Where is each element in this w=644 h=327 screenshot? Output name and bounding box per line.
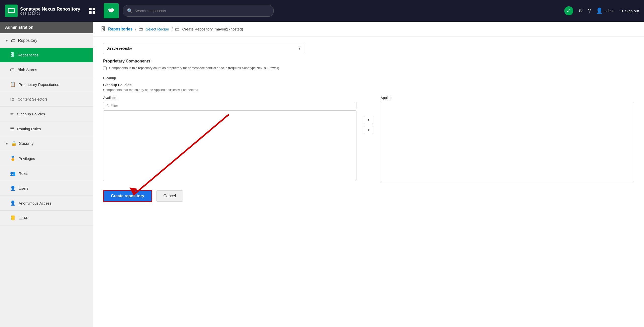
navbar-right: ✓ ↻ ? 👤 admin ↪ Sign out [564,6,639,15]
settings-icon-btn[interactable] [104,3,119,18]
breadcrumb-sep-2: / [172,27,173,31]
signout-label: Sign out [625,9,639,13]
sidebar-item-anonymous-access[interactable]: 👤 Anonymous Access [0,196,93,211]
action-buttons: Create repository Cancel [103,190,634,202]
filter-input[interactable] [111,104,354,108]
search-bar: 🔍 [123,5,274,17]
cleanup-applied-panel: Applied [381,96,634,182]
transfer-right-button[interactable]: > [364,116,373,124]
navbar: Sonatype Nexus Repository OSS 3.52.0-01 … [0,0,644,22]
chevron-down-icon-security: ▼ [5,142,9,146]
sidebar-scroll[interactable]: ▼ 🗃 Repository 🗄 Repositories 🗃 Blob Sto… [0,33,93,326]
db-icon-3: 🗃 [175,26,180,32]
sidebar-item-ldap[interactable]: 📒 LDAP [0,211,93,225]
repository-section-icon: 🗃 [11,38,16,43]
svg-rect-4 [93,8,95,10]
cleanup-section-title: Cleanup [103,76,634,80]
sidebar-item-proprietary-repositories[interactable]: 📋 Proprietary Repositories [0,77,93,92]
deploy-policy-select-wrap: Disable redeploy Allow redeploy Read-onl… [103,43,304,54]
cancel-button[interactable]: Cancel [156,190,183,202]
ldap-icon: 📒 [10,215,16,221]
status-ok-icon: ✓ [564,6,573,15]
breadcrumb-select-recipe-label: Select Recipe [146,27,169,31]
sidebar: Administration ▼ 🗃 Repository 🗄 Reposito… [0,22,93,327]
sidebar-item-blob-stores-label: Blob Stores [18,68,37,72]
main-content: 🗄 Repositories / 🗃 Select Recipe / 🗃 Cre… [93,22,644,327]
svg-rect-5 [89,11,92,14]
anonymous-access-icon: 👤 [10,200,16,206]
security-section-icon: 🔒 [11,141,17,146]
sidebar-item-users-label: Users [19,186,28,190]
sidebar-item-privileges[interactable]: 🏅 Privileges [0,151,93,166]
refresh-icon[interactable]: ↻ [578,8,583,14]
search-input[interactable] [135,9,269,13]
db-icon-2: 🗃 [139,26,143,32]
sidebar-section-repository[interactable]: ▼ 🗃 Repository [0,33,93,48]
sidebar-item-roles[interactable]: 👥 Roles [0,166,93,181]
breadcrumb: 🗄 Repositories / 🗃 Select Recipe / 🗃 Cre… [93,22,644,37]
security-section-label: Security [19,141,34,146]
sidebar-item-cleanup-policies-label: Cleanup Policies [17,112,45,116]
cleanup-policies-icon: ✏ [10,111,14,117]
sidebar-item-repositories-label: Repositories [18,53,38,57]
app-logo [5,5,18,17]
available-label: Available [103,96,356,100]
sidebar-item-routing-rules-label: Routing Rules [17,127,41,131]
repositories-icon: 🗄 [10,52,15,58]
layout: Administration ▼ 🗃 Repository 🗄 Reposito… [0,22,644,327]
breadcrumb-select-recipe-link[interactable]: Select Recipe [146,27,169,31]
proprietary-components-title: Proprietary Components: [103,59,634,63]
content-selectors-icon: 🗂 [10,96,15,102]
cleanup-available-panel: Available ⚗ [103,96,356,181]
transfer-buttons: > < [364,96,373,134]
blob-stores-icon: 🗃 [10,67,15,72]
transfer-left-button[interactable]: < [364,126,373,134]
sidebar-item-routing-rules[interactable]: ☰ Routing Rules [0,121,93,136]
privileges-icon: 🏅 [10,156,16,161]
sidebar-section-security[interactable]: ▼ 🔒 Security [0,136,93,151]
sidebar-header: Administration [0,22,93,33]
roles-icon: 👥 [10,171,16,176]
create-repository-button[interactable]: Create repository [103,190,152,202]
sidebar-item-users[interactable]: 👤 Users [0,181,93,196]
cleanup-panels: Available ⚗ > < [103,96,634,182]
chevron-right-icon: > [368,118,370,122]
help-icon[interactable]: ? [588,8,591,14]
breadcrumb-current-label: Create Repository: maven2 (hosted) [182,27,243,31]
chevron-left-icon: < [368,128,370,132]
sidebar-item-blob-stores[interactable]: 🗃 Blob Stores [0,62,93,77]
sidebar-item-ldap-label: LDAP [19,216,28,220]
proprietary-checkbox-label[interactable]: Components in this repository count as p… [103,66,634,70]
signout-icon: ↪ [619,8,624,14]
browse-icon-btn[interactable] [85,3,100,18]
signout-button[interactable]: ↪ Sign out [619,8,639,14]
svg-rect-1 [9,9,14,12]
proprietary-repos-icon: 📋 [10,82,16,87]
app-name: Sonatype Nexus Repository [20,7,80,12]
proprietary-checkbox[interactable] [103,67,107,70]
create-repository-label: Create repository [111,194,144,198]
brand-text: Sonatype Nexus Repository OSS 3.52.0-01 [20,7,80,15]
sidebar-item-content-selectors[interactable]: 🗂 Content Selectors [0,92,93,107]
deploy-policy-select[interactable]: Disable redeploy Allow redeploy Read-onl… [106,46,301,50]
proprietary-checkbox-text: Components in this repository count as p… [109,66,279,70]
users-icon: 👤 [10,185,16,191]
content-area[interactable]: Disable redeploy Allow redeploy Read-onl… [93,37,644,327]
sidebar-item-cleanup-policies[interactable]: ✏ Cleanup Policies [0,107,93,121]
proprietary-components-section: Proprietary Components: Components in th… [103,59,634,70]
sidebar-item-repositories[interactable]: 🗄 Repositories [0,48,93,62]
sidebar-item-proprietary-repos-label: Proprietary Repositories [19,82,59,87]
sidebar-item-privileges-label: Privileges [19,156,35,161]
sidebar-item-content-selectors-label: Content Selectors [18,97,48,101]
chevron-down-icon: ▼ [5,39,9,43]
breadcrumb-sep-1: / [135,27,136,31]
svg-rect-6 [93,11,95,14]
breadcrumb-repositories-label: Repositories [108,27,133,31]
applied-label: Applied [381,96,634,100]
available-list-box[interactable] [103,110,356,181]
applied-list-box[interactable] [381,102,634,182]
cleanup-section: Cleanup Cleanup Policies: Components tha… [103,76,634,182]
cancel-label: Cancel [164,194,176,198]
breadcrumb-repositories-link[interactable]: Repositories [108,27,133,31]
user-info: 👤 admin [596,8,614,14]
